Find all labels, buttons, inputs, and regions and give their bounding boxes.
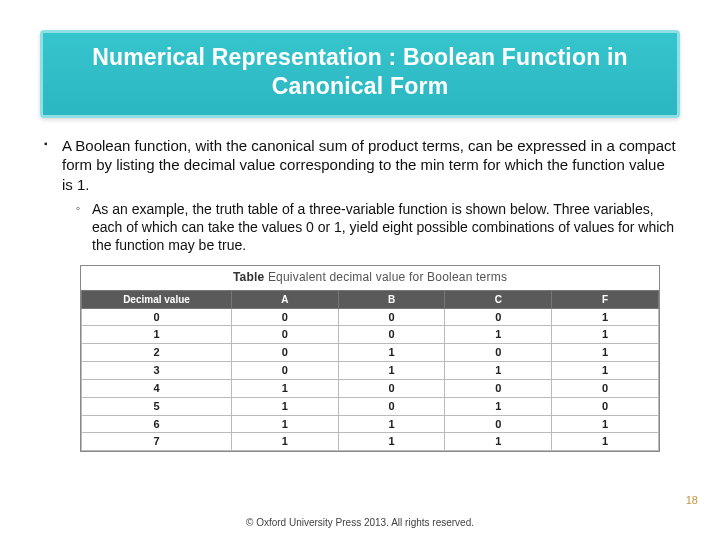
- table-caption-rest: Equivalent decimal value for Boolean ter…: [264, 270, 507, 284]
- table-cell: 7: [82, 433, 232, 451]
- table-cell: 0: [232, 308, 339, 326]
- table-cell: 1: [338, 415, 445, 433]
- table-cell: 0: [232, 344, 339, 362]
- col-header: C: [445, 290, 552, 308]
- table-caption: Table Equivalent decimal value for Boole…: [81, 266, 659, 290]
- table-row: 71111: [82, 433, 659, 451]
- table-cell: 0: [338, 308, 445, 326]
- table-cell: 0: [445, 379, 552, 397]
- table-cell: 0: [338, 379, 445, 397]
- bullet-list: A Boolean function, with the canonical s…: [44, 136, 676, 255]
- truth-table: Decimal value A B C F 000011001120101301…: [81, 290, 659, 452]
- slide-body: A Boolean function, with the canonical s…: [0, 128, 720, 255]
- table-cell: 1: [552, 308, 659, 326]
- table-cell: 1: [445, 326, 552, 344]
- page-number: 18: [686, 494, 698, 506]
- table-cell: 3: [82, 362, 232, 380]
- truth-table-container: Table Equivalent decimal value for Boole…: [80, 265, 660, 453]
- table-cell: 1: [232, 397, 339, 415]
- table-row: 00001: [82, 308, 659, 326]
- table-row: 41000: [82, 379, 659, 397]
- bullet-text: A Boolean function, with the canonical s…: [62, 136, 676, 195]
- table-cell: 1: [552, 326, 659, 344]
- table-cell: 0: [445, 308, 552, 326]
- table-row: 10011: [82, 326, 659, 344]
- table-cell: 5: [82, 397, 232, 415]
- table-cell: 1: [338, 362, 445, 380]
- table-cell: 0: [338, 397, 445, 415]
- table-cell: 0: [552, 397, 659, 415]
- table-cell: 0: [552, 379, 659, 397]
- table-cell: 0: [82, 308, 232, 326]
- col-header: Decimal value: [82, 290, 232, 308]
- table-cell: 1: [338, 433, 445, 451]
- table-cell: 1: [445, 433, 552, 451]
- table-cell: 0: [445, 344, 552, 362]
- col-header: A: [232, 290, 339, 308]
- sub-bullet-list: As an example, the truth table of a thre…: [62, 200, 676, 255]
- table-cell: 2: [82, 344, 232, 362]
- table-cell: 1: [232, 433, 339, 451]
- table-row: 51010: [82, 397, 659, 415]
- table-cell: 4: [82, 379, 232, 397]
- table-cell: 1: [82, 326, 232, 344]
- col-header: B: [338, 290, 445, 308]
- table-cell: 1: [445, 397, 552, 415]
- slide: Numerical Representation : Boolean Funct…: [0, 0, 720, 540]
- table-cell: 0: [232, 326, 339, 344]
- table-cell: 0: [338, 326, 445, 344]
- table-row: 20101: [82, 344, 659, 362]
- table-body: 0000110011201013011141000510106110171111: [82, 308, 659, 451]
- table-cell: 1: [552, 344, 659, 362]
- table-cell: 1: [232, 379, 339, 397]
- table-row: 61101: [82, 415, 659, 433]
- col-header: F: [552, 290, 659, 308]
- table-row: 30111: [82, 362, 659, 380]
- table-cell: 0: [232, 362, 339, 380]
- table-caption-bold: Table: [233, 270, 264, 284]
- table-cell: 6: [82, 415, 232, 433]
- slide-title: Numerical Representation : Boolean Funct…: [61, 43, 659, 101]
- table-cell: 1: [552, 362, 659, 380]
- table-cell: 1: [338, 344, 445, 362]
- footer-copyright: © Oxford University Press 2013. All righ…: [0, 517, 720, 528]
- sub-bullet-text: As an example, the truth table of a thre…: [92, 200, 676, 255]
- table-cell: 1: [552, 433, 659, 451]
- bullet-item: A Boolean function, with the canonical s…: [44, 136, 676, 255]
- table-cell: 1: [232, 415, 339, 433]
- title-band: Numerical Representation : Boolean Funct…: [40, 30, 680, 118]
- table-cell: 1: [445, 362, 552, 380]
- sub-bullet-item: As an example, the truth table of a thre…: [76, 200, 676, 255]
- table-cell: 0: [445, 415, 552, 433]
- table-cell: 1: [552, 415, 659, 433]
- table-header: Decimal value A B C F: [82, 290, 659, 308]
